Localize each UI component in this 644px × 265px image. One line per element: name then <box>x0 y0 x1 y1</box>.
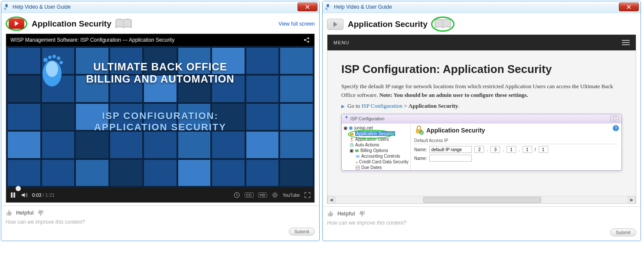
guide-paragraph: Specify the default IP range for network… <box>341 82 622 99</box>
config-tree: ▣junisp.net Application Security Applica… <box>342 123 411 170</box>
mini-titlebar: ISP Configuration ⛶ <box>342 114 621 123</box>
time-duration: 1:21 <box>46 192 55 198</box>
submit-button[interactable]: Submit <box>610 229 636 236</box>
window-title: Help Video & User Guide <box>334 4 392 10</box>
foot-logo-icon <box>37 54 67 93</box>
name-input <box>429 146 472 153</box>
scroll-left-arrow[interactable]: ◄ <box>327 196 335 204</box>
video-icon-inactive[interactable] <box>327 19 343 30</box>
svg-rect-13 <box>350 133 353 136</box>
tree-item-app-security: Application Security <box>343 131 409 136</box>
settings-gear-icon[interactable] <box>271 192 278 199</box>
highlight-circle <box>431 17 454 32</box>
svg-point-8 <box>57 56 60 60</box>
bullet-icon: ▶ <box>341 104 345 109</box>
view-full-screen-link[interactable]: View full screen <box>278 21 315 27</box>
screenshot-isp-config: ISP Configuration ⛶ ▣junisp.net Applicat… <box>341 114 622 171</box>
page-title: Application Security <box>32 19 111 29</box>
guide-nav-step: ▶ Go to ISP Configuration > Application … <box>341 103 622 109</box>
submit-button[interactable]: Submit <box>289 228 315 235</box>
svg-point-21 <box>419 130 424 135</box>
guide-panel: MENU ISP Configuration: Application Secu… <box>327 34 636 204</box>
help-icon: ? <box>613 125 619 131</box>
svg-rect-16 <box>355 149 359 152</box>
youtube-icon[interactable] <box>9 18 24 29</box>
header-row: Application Security View full screen <box>1 13 319 33</box>
video-headline-1: ULTIMATE BACK OFFICE <box>93 61 227 73</box>
share-icon[interactable] <box>303 36 310 43</box>
menu-label[interactable]: MENU <box>333 40 349 45</box>
scroll-track[interactable] <box>335 196 628 203</box>
feedback-input[interactable]: How can we improve this content? <box>327 220 636 226</box>
svg-point-5 <box>43 58 48 62</box>
titlebar[interactable]: Help Video & User Guide <box>323 1 641 13</box>
thumbs-down-icon[interactable] <box>359 210 366 217</box>
youtube-logo[interactable]: YouTube <box>283 193 300 198</box>
titlebar[interactable]: Help Video & User Guide <box>1 1 319 13</box>
config-detail: ? Application Security Default Access IP… <box>411 123 621 170</box>
svg-point-1 <box>307 37 309 39</box>
svg-point-12 <box>349 126 353 130</box>
window-title: Help Video & User Guide <box>13 4 71 10</box>
svg-point-2 <box>307 41 309 43</box>
video-sub-1: ISP CONFIGURATION: <box>102 110 219 122</box>
mini-close-icon: ⛶ <box>610 116 619 122</box>
help-window-video: Help Video & User Guide Application Secu… <box>1 1 320 241</box>
svg-point-14 <box>351 138 353 139</box>
scroll-right-arrow[interactable]: ► <box>628 196 636 204</box>
svg-point-7 <box>52 55 56 58</box>
book-icon[interactable] <box>434 18 451 30</box>
helpful-label: Helpful <box>337 211 355 217</box>
feedback-input[interactable]: How can we improve this content? <box>6 219 315 225</box>
pause-button[interactable] <box>10 192 16 199</box>
app-foot-icon <box>324 3 331 10</box>
horizontal-scrollbar[interactable]: ◄ ► <box>327 196 636 203</box>
scroll-thumb[interactable] <box>423 197 541 203</box>
video-frame[interactable]: ULTIMATE BACK OFFICE BILLING AND AUTOMAT… <box>6 46 314 188</box>
svg-point-9 <box>59 61 63 64</box>
thumbs-up-icon[interactable] <box>327 210 334 217</box>
lock-check-icon <box>414 125 424 136</box>
video-title-bar: WISP Management Software: ISP Configurat… <box>6 34 314 46</box>
app-foot-icon <box>3 3 10 10</box>
feedback-footer: Helpful How can we improve this content?… <box>323 206 641 241</box>
feedback-footer: Helpful How can we improve this content?… <box>1 205 319 240</box>
book-icon[interactable] <box>115 18 132 30</box>
video-headline-2: BILLING AND AUTOMATION <box>86 73 235 85</box>
svg-point-4 <box>46 61 58 77</box>
hamburger-icon[interactable] <box>622 40 630 45</box>
isp-config-link[interactable]: ISP Configuration <box>362 103 403 109</box>
guide-menu-bar[interactable]: MENU <box>327 35 636 50</box>
video-player[interactable]: WISP Management Software: ISP Configurat… <box>6 33 315 203</box>
mini-app-icon <box>344 116 349 121</box>
highlight-circle <box>6 17 27 31</box>
help-window-guide: Help Video & User Guide Application Secu… <box>322 1 641 241</box>
watch-later-icon[interactable] <box>233 192 240 199</box>
guide-body: ISP Configuration: Application Security … <box>327 50 636 196</box>
fullscreen-icon[interactable] <box>304 192 311 199</box>
volume-icon[interactable] <box>21 192 28 199</box>
page-title: Application Security <box>348 20 428 29</box>
helpful-label: Helpful <box>16 210 34 216</box>
video-title: WISP Management Software: ISP Configurat… <box>10 37 174 43</box>
video-sub-2: APPLICATION SECURITY <box>94 122 226 133</box>
close-button[interactable] <box>619 3 639 11</box>
svg-rect-17 <box>356 155 360 158</box>
close-button[interactable] <box>297 3 317 11</box>
guide-heading: ISP Configuration: Application Security <box>341 63 622 76</box>
time-current: 0:03 <box>32 192 41 198</box>
header-row: Application Security <box>323 13 641 34</box>
cc-button[interactable]: CC <box>245 192 254 198</box>
thumbs-down-icon[interactable] <box>37 209 44 216</box>
svg-point-6 <box>48 56 52 59</box>
thumbs-up-icon[interactable] <box>6 209 13 216</box>
hd-button[interactable]: HD <box>258 192 267 198</box>
svg-point-11 <box>274 194 276 196</box>
svg-rect-18 <box>356 162 358 163</box>
